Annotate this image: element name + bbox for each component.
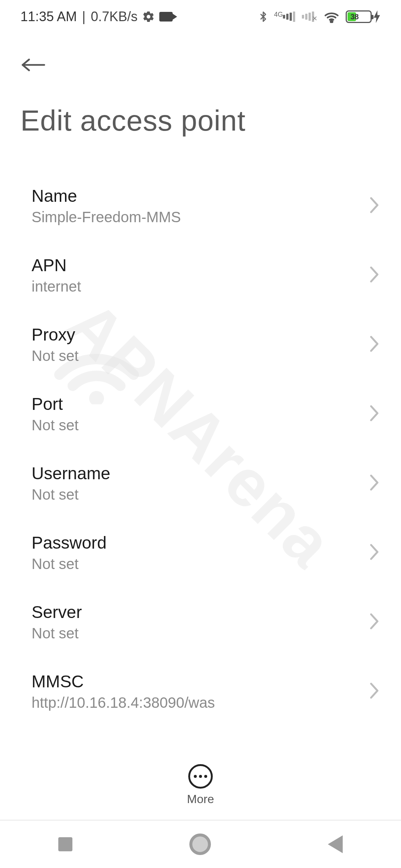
- item-title: Name: [32, 186, 181, 206]
- apn-settings-list: Name Simple-Freedom-MMS APN internet Pro…: [0, 171, 401, 724]
- item-value: Not set: [32, 486, 110, 503]
- nav-back-button[interactable]: [328, 835, 343, 853]
- item-value: Not set: [32, 625, 82, 642]
- item-value: Not set: [32, 556, 107, 572]
- chevron-right-icon: [368, 404, 381, 424]
- apn-item-username[interactable]: Username Not set: [0, 448, 401, 518]
- item-title: Proxy: [32, 325, 79, 345]
- apn-item-password[interactable]: Password Not set: [0, 518, 401, 587]
- battery-icon: 38: [346, 10, 381, 23]
- wifi-icon: [324, 10, 339, 23]
- item-title: Password: [32, 533, 107, 553]
- chevron-right-icon: [368, 335, 381, 354]
- status-separator: |: [82, 9, 85, 24]
- apn-item-name[interactable]: Name Simple-Freedom-MMS: [0, 171, 401, 240]
- chevron-right-icon: [368, 612, 381, 632]
- signal-1-icon: 4G: [276, 11, 295, 23]
- more-button[interactable]: [188, 764, 213, 789]
- status-bar: 11:35 AM | 0.7KB/s 4G ✕ 3: [0, 0, 401, 33]
- item-title: Username: [32, 463, 110, 483]
- nav-recents-button[interactable]: [58, 837, 72, 851]
- apn-item-server[interactable]: Server Not set: [0, 587, 401, 657]
- apn-item-port[interactable]: Port Not set: [0, 379, 401, 448]
- item-title: Server: [32, 602, 82, 622]
- camera-icon: [159, 12, 173, 22]
- item-value: Simple-Freedom-MMS: [32, 209, 181, 226]
- page-title: Edit access point: [20, 104, 381, 138]
- item-title: APN: [32, 255, 81, 275]
- apn-item-apn[interactable]: APN internet: [0, 240, 401, 310]
- item-value: http://10.16.18.4:38090/was: [32, 694, 215, 711]
- apn-item-mmsc[interactable]: MMSC http://10.16.18.4:38090/was: [0, 657, 401, 724]
- chevron-right-icon: [368, 682, 381, 701]
- nav-home-button[interactable]: [189, 834, 211, 855]
- item-value: Not set: [32, 348, 79, 364]
- chevron-right-icon: [368, 196, 381, 216]
- more-label: More: [187, 792, 214, 806]
- apn-item-proxy[interactable]: Proxy Not set: [0, 310, 401, 379]
- item-title: Port: [32, 394, 79, 414]
- svg-point-1: [330, 21, 332, 23]
- more-dots-icon: [194, 775, 207, 778]
- chevron-right-icon: [368, 474, 381, 493]
- chevron-right-icon: [368, 543, 381, 562]
- bluetooth-icon: [258, 10, 269, 24]
- system-navigation-bar: [0, 820, 401, 868]
- charging-icon: [373, 10, 381, 23]
- chevron-right-icon: [368, 266, 381, 285]
- gear-icon: [142, 10, 155, 23]
- item-title: MMSC: [32, 671, 215, 691]
- back-button[interactable]: [20, 48, 54, 82]
- signal-2-icon: ✕: [302, 11, 317, 23]
- status-net-speed: 0.7KB/s: [91, 9, 137, 24]
- item-value: internet: [32, 278, 81, 295]
- status-time: 11:35 AM: [20, 9, 77, 24]
- item-value: Not set: [32, 417, 79, 434]
